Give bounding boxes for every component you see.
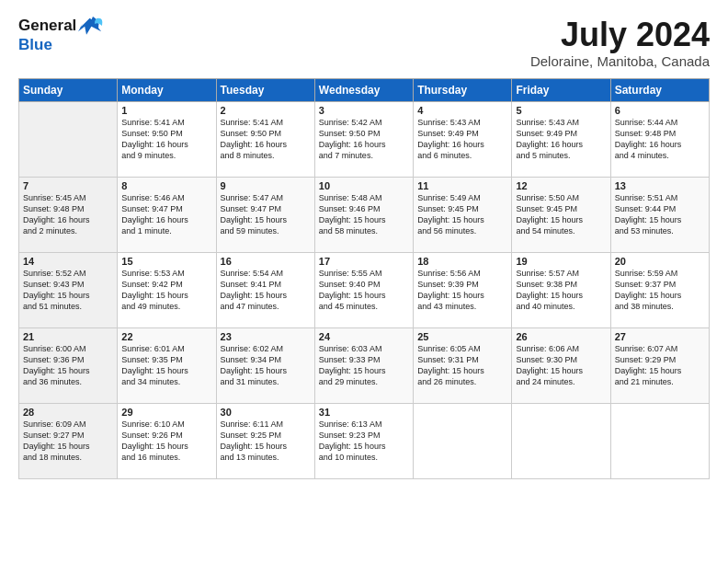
day-number: 5	[516, 105, 606, 116]
calendar-cell: 26Sunrise: 6:06 AM Sunset: 9:30 PM Dayli…	[512, 327, 610, 403]
day-number: 25	[417, 331, 507, 342]
day-number: 3	[319, 105, 409, 116]
day-info: Sunrise: 5:57 AM Sunset: 9:38 PM Dayligh…	[516, 268, 606, 313]
calendar-cell: 7Sunrise: 5:45 AM Sunset: 9:48 PM Daylig…	[19, 177, 118, 252]
calendar-cell: 31Sunrise: 6:13 AM Sunset: 9:23 PM Dayli…	[314, 403, 413, 478]
day-info: Sunrise: 5:46 AM Sunset: 9:47 PM Dayligh…	[121, 192, 211, 237]
day-info: Sunrise: 6:07 AM Sunset: 9:29 PM Dayligh…	[615, 343, 705, 388]
calendar-cell: 8Sunrise: 5:46 AM Sunset: 9:47 PM Daylig…	[118, 177, 216, 252]
calendar-cell: 16Sunrise: 5:54 AM Sunset: 9:41 PM Dayli…	[216, 252, 314, 327]
col-monday: Monday	[118, 78, 216, 101]
day-info: Sunrise: 5:52 AM Sunset: 9:43 PM Dayligh…	[23, 268, 113, 313]
day-info: Sunrise: 5:51 AM Sunset: 9:44 PM Dayligh…	[615, 192, 705, 237]
day-info: Sunrise: 5:44 AM Sunset: 9:48 PM Dayligh…	[615, 117, 705, 162]
day-number: 29	[121, 407, 211, 418]
calendar-cell: 3Sunrise: 5:42 AM Sunset: 9:50 PM Daylig…	[314, 101, 413, 177]
day-number: 2	[221, 105, 311, 116]
calendar-week-row: 14Sunrise: 5:52 AM Sunset: 9:43 PM Dayli…	[19, 252, 710, 327]
col-thursday: Thursday	[414, 78, 512, 101]
day-info: Sunrise: 6:00 AM Sunset: 9:36 PM Dayligh…	[23, 343, 113, 388]
calendar-cell: 15Sunrise: 5:53 AM Sunset: 9:42 PM Dayli…	[118, 252, 216, 327]
day-info: Sunrise: 5:41 AM Sunset: 9:50 PM Dayligh…	[221, 117, 311, 162]
month-year-title: July 2024	[530, 17, 710, 53]
day-info: Sunrise: 5:54 AM Sunset: 9:41 PM Dayligh…	[221, 268, 311, 313]
header: General Blue July 2024 Deloraine, Manito…	[18, 17, 710, 69]
calendar-cell: 22Sunrise: 6:01 AM Sunset: 9:35 PM Dayli…	[118, 327, 216, 403]
location-subtitle: Deloraine, Manitoba, Canada	[530, 53, 710, 69]
day-info: Sunrise: 5:59 AM Sunset: 9:37 PM Dayligh…	[615, 268, 705, 313]
calendar-table: Sunday Monday Tuesday Wednesday Thursday…	[18, 78, 710, 479]
calendar-cell: 18Sunrise: 5:56 AM Sunset: 9:39 PM Dayli…	[414, 252, 512, 327]
day-number: 23	[221, 331, 311, 342]
day-number: 31	[319, 407, 409, 418]
day-number: 12	[516, 180, 606, 191]
day-number: 7	[23, 180, 113, 191]
day-number: 10	[319, 180, 409, 191]
day-info: Sunrise: 5:42 AM Sunset: 9:50 PM Dayligh…	[319, 117, 409, 162]
calendar-cell: 12Sunrise: 5:50 AM Sunset: 9:45 PM Dayli…	[512, 177, 610, 252]
day-info: Sunrise: 6:10 AM Sunset: 9:26 PM Dayligh…	[121, 419, 211, 464]
calendar-cell	[610, 403, 709, 478]
calendar-cell: 23Sunrise: 6:02 AM Sunset: 9:34 PM Dayli…	[216, 327, 314, 403]
day-info: Sunrise: 5:53 AM Sunset: 9:42 PM Dayligh…	[121, 268, 211, 313]
calendar-week-row: 1Sunrise: 5:41 AM Sunset: 9:50 PM Daylig…	[19, 101, 710, 177]
calendar-cell: 28Sunrise: 6:09 AM Sunset: 9:27 PM Dayli…	[19, 403, 118, 478]
calendar-cell: 17Sunrise: 5:55 AM Sunset: 9:40 PM Dayli…	[314, 252, 413, 327]
calendar-cell: 30Sunrise: 6:11 AM Sunset: 9:25 PM Dayli…	[216, 403, 314, 478]
day-info: Sunrise: 6:13 AM Sunset: 9:23 PM Dayligh…	[319, 419, 409, 464]
day-number: 19	[516, 256, 606, 267]
calendar-cell: 29Sunrise: 6:10 AM Sunset: 9:26 PM Dayli…	[118, 403, 216, 478]
calendar-cell: 13Sunrise: 5:51 AM Sunset: 9:44 PM Dayli…	[610, 177, 709, 252]
day-number: 21	[23, 331, 113, 342]
title-block: July 2024 Deloraine, Manitoba, Canada	[530, 17, 710, 69]
day-number: 1	[121, 105, 211, 116]
calendar-page: General Blue July 2024 Deloraine, Manito…	[0, 0, 728, 563]
calendar-week-row: 7Sunrise: 5:45 AM Sunset: 9:48 PM Daylig…	[19, 177, 710, 252]
day-number: 28	[23, 407, 113, 418]
calendar-cell: 10Sunrise: 5:48 AM Sunset: 9:46 PM Dayli…	[314, 177, 413, 252]
col-saturday: Saturday	[610, 78, 709, 101]
day-number: 4	[417, 105, 507, 116]
calendar-cell: 11Sunrise: 5:49 AM Sunset: 9:45 PM Dayli…	[414, 177, 512, 252]
day-info: Sunrise: 5:47 AM Sunset: 9:47 PM Dayligh…	[221, 192, 311, 237]
col-friday: Friday	[512, 78, 610, 101]
day-number: 17	[319, 256, 409, 267]
calendar-cell: 6Sunrise: 5:44 AM Sunset: 9:48 PM Daylig…	[610, 101, 709, 177]
day-number: 15	[121, 256, 211, 267]
day-number: 27	[615, 331, 705, 342]
header-row: Sunday Monday Tuesday Wednesday Thursday…	[19, 78, 710, 101]
day-number: 22	[121, 331, 211, 342]
day-number: 30	[221, 407, 311, 418]
day-info: Sunrise: 5:41 AM Sunset: 9:50 PM Dayligh…	[121, 117, 211, 162]
day-info: Sunrise: 5:43 AM Sunset: 9:49 PM Dayligh…	[417, 117, 507, 162]
calendar-cell	[512, 403, 610, 478]
day-number: 24	[319, 331, 409, 342]
calendar-cell: 1Sunrise: 5:41 AM Sunset: 9:50 PM Daylig…	[118, 101, 216, 177]
calendar-cell: 5Sunrise: 5:43 AM Sunset: 9:49 PM Daylig…	[512, 101, 610, 177]
calendar-cell: 20Sunrise: 5:59 AM Sunset: 9:37 PM Dayli…	[610, 252, 709, 327]
day-info: Sunrise: 6:06 AM Sunset: 9:30 PM Dayligh…	[516, 343, 606, 388]
day-number: 11	[417, 180, 507, 191]
calendar-cell: 2Sunrise: 5:41 AM Sunset: 9:50 PM Daylig…	[216, 101, 314, 177]
day-info: Sunrise: 5:49 AM Sunset: 9:45 PM Dayligh…	[417, 192, 507, 237]
day-info: Sunrise: 5:45 AM Sunset: 9:48 PM Dayligh…	[23, 192, 113, 237]
calendar-cell: 25Sunrise: 6:05 AM Sunset: 9:31 PM Dayli…	[414, 327, 512, 403]
calendar-cell: 21Sunrise: 6:00 AM Sunset: 9:36 PM Dayli…	[19, 327, 118, 403]
day-info: Sunrise: 6:02 AM Sunset: 9:34 PM Dayligh…	[221, 343, 311, 388]
calendar-cell: 27Sunrise: 6:07 AM Sunset: 9:29 PM Dayli…	[610, 327, 709, 403]
day-info: Sunrise: 5:50 AM Sunset: 9:45 PM Dayligh…	[516, 192, 606, 237]
day-number: 9	[221, 180, 311, 191]
logo-line2: Blue	[18, 37, 104, 54]
day-number: 18	[417, 256, 507, 267]
calendar-cell: 4Sunrise: 5:43 AM Sunset: 9:49 PM Daylig…	[414, 101, 512, 177]
day-info: Sunrise: 6:09 AM Sunset: 9:27 PM Dayligh…	[23, 419, 113, 464]
logo: General Blue	[18, 17, 104, 54]
day-number: 13	[615, 180, 705, 191]
day-info: Sunrise: 5:43 AM Sunset: 9:49 PM Dayligh…	[516, 117, 606, 162]
day-number: 20	[615, 256, 705, 267]
day-info: Sunrise: 6:11 AM Sunset: 9:25 PM Dayligh…	[221, 419, 311, 464]
calendar-cell: 9Sunrise: 5:47 AM Sunset: 9:47 PM Daylig…	[216, 177, 314, 252]
logo-bird-icon	[78, 17, 104, 37]
day-info: Sunrise: 6:05 AM Sunset: 9:31 PM Dayligh…	[417, 343, 507, 388]
calendar-cell: 19Sunrise: 5:57 AM Sunset: 9:38 PM Dayli…	[512, 252, 610, 327]
